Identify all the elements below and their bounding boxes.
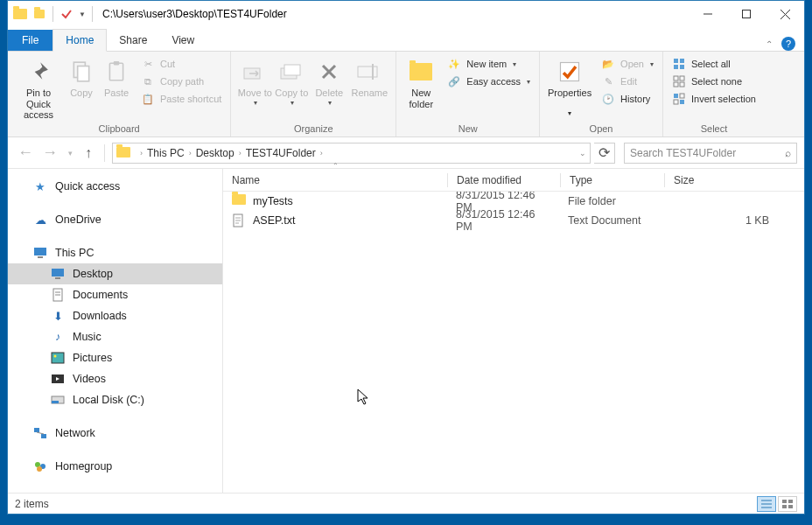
up-button[interactable]: ↑ — [80, 144, 97, 162]
back-button[interactable]: ← — [15, 143, 36, 164]
nav-downloads[interactable]: ⬇Downloads — [8, 305, 222, 326]
nav-homegroup[interactable]: Homegroup — [8, 456, 222, 477]
chevron-right-icon[interactable]: › — [140, 149, 143, 158]
breadcrumb-segment[interactable]: This PC — [147, 147, 185, 159]
pin-to-quick-access-button[interactable]: Pin to Quick access — [13, 54, 64, 121]
easy-access-button[interactable]: 🔗Easy access▾ — [444, 74, 534, 89]
open-icon: 📂 — [601, 57, 615, 71]
svg-rect-15 — [561, 63, 579, 81]
copy-to-button[interactable]: Copy to▾ — [273, 54, 310, 107]
list-item[interactable]: ASEP.txt 8/31/2015 12:46 PM Text Documen… — [223, 211, 804, 230]
star-icon: ★ — [32, 179, 48, 193]
share-tab[interactable]: Share — [107, 30, 159, 51]
clipboard-group: Pin to Quick access Copy Paste ✂Cut ⧉Cop… — [8, 52, 231, 136]
svg-rect-30 — [52, 269, 64, 276]
separator — [92, 6, 93, 22]
column-type[interactable]: Type — [561, 174, 664, 186]
invert-selection-button[interactable]: Invert selection — [668, 91, 760, 107]
new-item-button[interactable]: ✨New item▾ — [444, 56, 534, 72]
properties-button[interactable]: Properties▾ — [545, 54, 594, 117]
rename-button[interactable]: Rename — [348, 54, 390, 99]
computer-icon — [32, 246, 48, 260]
nav-local-disk[interactable]: Local Disk (C:) — [8, 389, 222, 410]
svg-rect-21 — [680, 76, 684, 80]
breadcrumb-bar[interactable]: › This PC › Desktop › TEST4UFolder › ⌄ — [112, 143, 591, 164]
minimize-button[interactable] — [689, 1, 727, 27]
view-tab[interactable]: View — [159, 30, 206, 51]
move-to-icon — [241, 58, 269, 86]
qat-customize-dropdown[interactable]: ▼ — [77, 9, 88, 19]
history-button[interactable]: 🕑History — [598, 91, 657, 107]
svg-rect-20 — [674, 76, 678, 80]
nav-quick-access[interactable]: ★Quick access — [8, 176, 222, 197]
column-size[interactable]: Size — [665, 174, 804, 186]
recent-locations-dropdown[interactable]: ▾ — [64, 143, 76, 164]
svg-rect-26 — [674, 100, 678, 104]
copy-button[interactable]: Copy — [64, 54, 99, 99]
svg-rect-29 — [38, 256, 43, 258]
close-button[interactable] — [766, 1, 804, 27]
music-icon: ♪ — [50, 330, 66, 344]
address-dropdown[interactable]: ⌄ — [579, 149, 586, 158]
select-all-button[interactable]: Select all — [668, 56, 760, 72]
separator — [104, 144, 105, 162]
scissors-icon: ✂ — [141, 57, 155, 71]
select-none-button[interactable]: Select none — [668, 74, 760, 89]
copy-icon — [67, 58, 95, 86]
thumbnails-view-button[interactable] — [778, 496, 797, 512]
copy-path-button[interactable]: ⧉Copy path — [137, 74, 225, 89]
item-count: 2 items — [15, 498, 49, 510]
maximize-button[interactable] — [727, 1, 766, 27]
chevron-right-icon[interactable]: › — [239, 149, 242, 158]
edit-button[interactable]: ✎Edit — [598, 74, 657, 89]
refresh-button[interactable]: ⟳ — [594, 143, 615, 164]
details-view-button[interactable] — [757, 496, 776, 512]
cut-button[interactable]: ✂Cut — [137, 56, 225, 72]
svg-rect-22 — [674, 82, 678, 87]
collapse-ribbon-button[interactable]: ⌃ — [766, 39, 773, 49]
svg-rect-28 — [34, 248, 46, 256]
breadcrumb-segment[interactable]: Desktop — [196, 147, 234, 159]
nav-music[interactable]: ♪Music — [8, 326, 222, 347]
nav-pictures[interactable]: Pictures — [8, 347, 222, 368]
nav-network[interactable]: Network — [8, 423, 222, 444]
nav-onedrive[interactable]: ☁OneDrive — [8, 209, 222, 230]
svg-rect-7 — [114, 61, 120, 65]
desktop-icon — [50, 267, 66, 281]
explorer-window: ▼ C:\Users\user3\Desktop\TEST4UFolder Fi… — [7, 0, 805, 514]
navigation-pane[interactable]: ★Quick access ☁OneDrive This PC Desktop … — [8, 169, 223, 493]
search-placeholder: Search TEST4UFolder — [630, 147, 736, 159]
chevron-right-icon[interactable]: › — [189, 149, 192, 158]
svg-rect-40 — [52, 401, 59, 403]
title-bar: ▼ C:\Users\user3\Desktop\TEST4UFolder — [8, 1, 804, 27]
nav-videos[interactable]: Videos — [8, 368, 222, 389]
file-tab[interactable]: File — [8, 30, 52, 51]
column-headers: Name⌃ Date modified Type Size — [223, 169, 804, 192]
homegroup-icon — [32, 459, 48, 473]
forward-button[interactable]: → — [39, 143, 60, 164]
nav-desktop[interactable]: Desktop — [8, 263, 222, 284]
delete-button[interactable]: Delete▾ — [310, 54, 348, 107]
svg-rect-55 — [788, 500, 793, 503]
svg-rect-18 — [674, 65, 678, 69]
nav-this-pc[interactable]: This PC — [8, 242, 222, 263]
paste-shortcut-button[interactable]: 📋Paste shortcut — [137, 91, 225, 107]
help-button[interactable]: ? — [781, 37, 795, 51]
open-button[interactable]: 📂Open▾ — [598, 56, 657, 72]
properties-qat-icon[interactable] — [58, 5, 75, 23]
breadcrumb-segment[interactable]: TEST4UFolder — [246, 147, 316, 159]
home-tab[interactable]: Home — [52, 29, 107, 52]
new-folder-button[interactable]: New folder — [402, 54, 440, 109]
move-to-button[interactable]: Move to▾ — [236, 54, 273, 107]
svg-rect-54 — [782, 500, 787, 503]
paste-button[interactable]: Paste — [99, 54, 134, 99]
search-input[interactable]: Search TEST4UFolder ⌕ — [624, 143, 797, 164]
invert-selection-icon — [672, 92, 686, 106]
edit-icon: ✎ — [601, 74, 615, 88]
svg-line-43 — [37, 432, 44, 434]
file-rows[interactable]: myTests 8/31/2015 12:46 PM File folder A… — [223, 192, 804, 493]
nav-documents[interactable]: Documents — [8, 284, 222, 305]
column-name[interactable]: Name⌃ — [223, 174, 447, 186]
chevron-right-icon[interactable]: › — [320, 149, 323, 158]
column-date-modified[interactable]: Date modified — [448, 174, 560, 186]
